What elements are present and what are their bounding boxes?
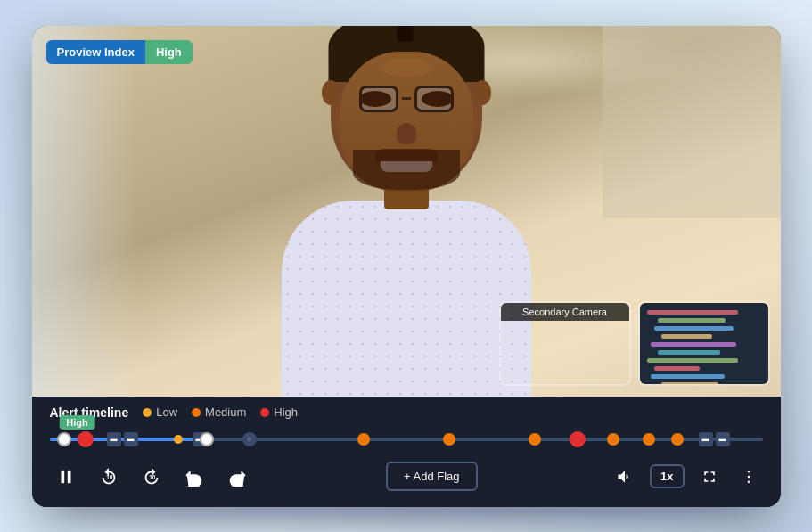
add-flag-label: + Add Flag [404,470,460,483]
marker-low-1[interactable] [174,435,183,444]
segment-icon-2[interactable]: ▬ [124,432,138,446]
main-video-area: Proview Index High [32,26,781,397]
timeline-track[interactable]: High ▬ ▬ ▬ [50,427,763,452]
medium-dot [192,408,201,417]
screen-recording-video [640,303,768,386]
redo-icon: A [227,467,247,487]
alert-timeline: Alert timeline Low Medium High [50,405,763,452]
player-card: Proview Index High [32,26,781,507]
alert-legend: Alert timeline Low Medium High [50,405,763,420]
marker-medium-3[interactable] [529,433,541,446]
svg-text:A: A [191,478,195,484]
segment-icon-1[interactable]: ▬ [107,432,121,446]
forward-10-icon: 10 [142,467,161,487]
marker-medium-4[interactable] [607,433,619,446]
volume-icon [616,468,634,486]
high-badge: High [59,415,94,430]
volume-button[interactable] [611,462,639,491]
segment-icons-group: ▬ ▬ [107,432,138,446]
svg-text:10: 10 [149,473,156,479]
proview-index-label: Proview Index [46,40,145,64]
svg-text:10: 10 [106,473,113,479]
more-options-button[interactable] [734,462,763,491]
svg-text:A: A [234,478,238,484]
svg-rect-0 [61,470,64,483]
pause-icon [56,467,76,487]
thumbnails-container: Secondary Camera [499,301,770,386]
controls-center: + Add Flag [386,462,478,491]
marker-medium-2[interactable] [443,433,455,446]
timeline-current-playhead[interactable] [200,432,214,446]
segment-icon-5[interactable]: ▬ [699,432,713,446]
svg-rect-1 [67,470,70,483]
svg-point-8 [747,480,750,483]
marker-medium-5[interactable] [643,433,655,446]
forward-10-button[interactable]: 10 [135,461,168,493]
legend-medium: Medium [192,405,246,419]
legend-high-label: High [274,405,298,419]
proview-value: High [145,40,193,64]
controls-bar: Alert timeline Low Medium High [32,397,781,507]
segment-icons-end: ▬ ▬ [699,432,730,446]
marker-medium-6[interactable] [671,433,684,446]
legend-medium-label: Medium [205,405,246,419]
rewind-10-icon: 10 [99,467,119,487]
playback-controls: 10 10 [50,461,763,493]
marker-high-1[interactable]: High [78,431,94,447]
undo-button[interactable]: A [178,461,210,493]
legend-low-label: Low [156,405,177,419]
pause-button[interactable] [50,461,82,493]
segment-icon-4[interactable]: ○ [242,432,257,446]
undo-icon: A [185,467,204,487]
low-dot [143,408,152,417]
code-preview [640,303,768,386]
add-flag-button[interactable]: + Add Flag [386,462,478,491]
fullscreen-icon [701,468,718,486]
controls-left: 10 10 [50,461,253,493]
legend-low: Low [143,405,177,419]
high-dot [260,408,269,417]
controls-right: 1x [611,462,762,491]
screen-recording-thumbnail[interactable]: Screen Recording [638,301,770,386]
legend-high: High [260,405,298,419]
fullscreen-button[interactable] [695,462,724,491]
svg-point-6 [747,470,750,472]
more-options-icon [740,468,758,486]
main-container: Proview Index High [23,17,790,516]
speed-label: 1x [660,470,673,483]
marker-high-2[interactable] [570,431,586,447]
rewind-10-button[interactable]: 10 [93,461,125,493]
redo-button[interactable]: A [221,461,253,493]
marker-medium-1[interactable] [357,433,370,446]
speed-button[interactable]: 1x [650,464,684,488]
timeline-playhead[interactable] [57,432,71,446]
segment-icon-6[interactable]: ▬ [716,432,730,446]
secondary-camera-label: Secondary Camera [501,303,629,321]
svg-point-7 [747,475,750,478]
secondary-camera-thumbnail[interactable]: Secondary Camera [499,301,631,386]
proview-badge: Proview Index High [46,40,193,64]
